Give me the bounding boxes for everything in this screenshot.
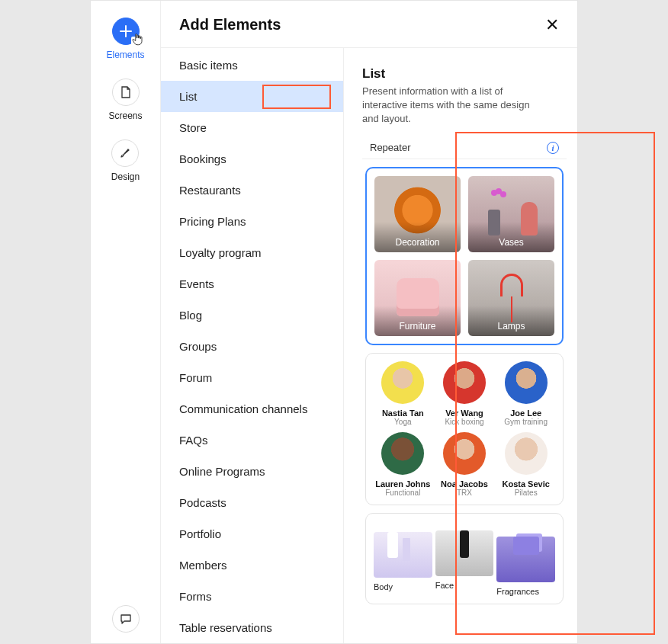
product-image [435,530,494,576]
cat-forms[interactable]: Forms [161,581,343,612]
cat-restaurants[interactable]: Restaurants [161,175,343,206]
cat-store[interactable]: Store [161,112,343,143]
avatar [443,432,486,475]
avatar [443,361,486,404]
rail-screens[interactable]: Screens [108,78,142,121]
product-image [496,537,555,582]
person-card: Nastia Tan Yoga [374,361,432,426]
close-icon[interactable]: ✕ [545,17,559,34]
product-image [374,532,432,578]
cat-list[interactable]: List [161,81,343,112]
product-card: Fragrances [496,521,555,596]
category-list[interactable]: Basic items List Store Bookings Restaura… [161,48,344,643]
info-icon[interactable]: i [547,142,559,154]
chat-icon[interactable] [112,605,140,633]
repeater-section-header: Repeater i [362,139,567,159]
rail-design-label: Design [111,171,140,182]
tile-lamps: Lamps [468,260,554,336]
add-elements-panel: Add Elements ✕ Basic items List Store Bo… [161,1,577,643]
page-icon [112,78,140,106]
rail-design[interactable]: Design [111,139,140,182]
avatar [381,361,424,404]
avatar [505,361,548,404]
repeater-template-people[interactable]: Nastia Tan Yoga Ver Wang Kick boxing Joe… [365,353,564,505]
tile-vases: Vases [468,176,554,252]
person-card: Joe Lee Gym training [496,361,555,426]
cat-table-reservations[interactable]: Table reservations [161,612,343,643]
tile-decoration: Decoration [374,176,461,252]
rail-screens-label: Screens [108,111,142,121]
cat-online-programs[interactable]: Online Programs [161,456,343,487]
cat-basic-items[interactable]: Basic items [161,50,343,81]
person-card: Lauren Johns Functional [374,432,432,497]
repeater-template-products[interactable]: Body Face Fragrances [365,513,564,604]
avatar [505,432,548,475]
cat-groups[interactable]: Groups [161,331,343,362]
avatar [381,432,424,475]
left-rail: Elements Screens Design [91,1,161,643]
cat-portfolio[interactable]: Portfolio [161,518,343,549]
preview-title: List [362,66,567,82]
cat-podcasts[interactable]: Podcasts [161,487,343,518]
rail-elements[interactable]: Elements [106,18,144,60]
panel-title: Add Elements [179,16,281,34]
cat-loyalty-program[interactable]: Loyalty program [161,237,343,268]
cat-members[interactable]: Members [161,549,343,581]
section-name: Repeater [370,142,410,153]
brush-icon [111,139,139,167]
repeater-template-tiles[interactable]: Decoration Vases Furniture Lamps [365,167,564,345]
person-card: Kosta Sevic Pilates [496,432,555,497]
cat-faqs[interactable]: FAQs [161,425,343,456]
cat-blog[interactable]: Blog [161,300,343,331]
cat-forum[interactable]: Forum [161,362,343,393]
person-card: Noa Jacobs TRX [435,432,494,497]
preview-pane: List Present information with a list of … [344,48,577,643]
cat-events[interactable]: Events [161,268,343,300]
product-card: Face [435,521,494,596]
cat-bookings[interactable]: Bookings [161,143,343,175]
plus-icon [112,18,140,45]
product-card: Body [374,521,432,596]
cat-pricing-plans[interactable]: Pricing Plans [161,206,343,237]
person-card: Ver Wang Kick boxing [435,361,494,426]
rail-elements-label: Elements [106,50,144,60]
preview-description: Present information with a list of inter… [362,85,545,127]
tile-furniture: Furniture [374,260,461,336]
cat-communication-channels[interactable]: Communication channels [161,393,343,425]
panel-header: Add Elements ✕ [161,1,577,48]
